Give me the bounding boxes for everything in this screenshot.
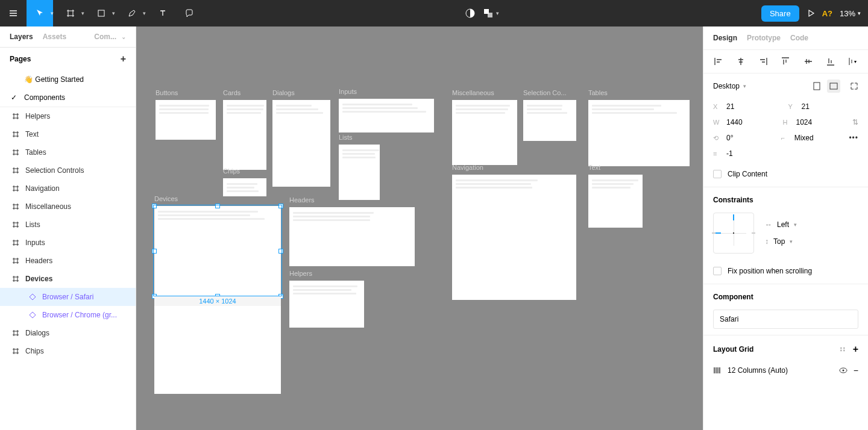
- align-left-icon[interactable]: [713, 56, 724, 67]
- frame-label[interactable]: Selection Co...: [523, 89, 567, 96]
- chevron-down-icon[interactable]: ▾: [81, 10, 84, 16]
- y-input[interactable]: 21: [802, 102, 810, 111]
- layer-item[interactable]: Dialogs: [0, 324, 136, 342]
- more-icon[interactable]: •••: [849, 134, 858, 142]
- canvas-frame[interactable]: Devices1440 × 1024: [154, 206, 281, 394]
- layout-grid-value[interactable]: 12 Columns (Auto): [728, 366, 788, 375]
- rotation-input[interactable]: 0°: [726, 134, 733, 142]
- tab-components[interactable]: Com... ⌃: [94, 33, 126, 41]
- frame-label[interactable]: Devices: [154, 195, 178, 202]
- frame-label[interactable]: Text: [588, 164, 600, 171]
- layer-item[interactable]: Helpers: [0, 107, 136, 125]
- page-item[interactable]: ✓Components: [0, 89, 136, 107]
- canvas-frame[interactable]: Chips: [223, 178, 266, 196]
- add-grid-icon[interactable]: +: [853, 344, 858, 355]
- canvas-frame[interactable]: Dialogs: [272, 100, 330, 187]
- shape-tool[interactable]: [88, 0, 115, 26]
- contrast-icon[interactable]: [465, 8, 476, 19]
- canvas-frame[interactable]: Text: [588, 175, 643, 228]
- layer-item[interactable]: Lists: [0, 216, 136, 234]
- frame-tool[interactable]: [57, 0, 84, 26]
- tab-prototype[interactable]: Prototype: [747, 34, 781, 42]
- constraints-widget[interactable]: [713, 213, 754, 254]
- canvas-frame[interactable]: Cards: [223, 100, 266, 170]
- canvas-frame[interactable]: Miscellaneous: [452, 100, 517, 165]
- resize-fit-icon[interactable]: [850, 82, 858, 90]
- tab-assets[interactable]: Assets: [43, 33, 66, 41]
- link-icon[interactable]: ⇅: [852, 118, 858, 126]
- comment-tool[interactable]: [176, 0, 203, 26]
- layer-item[interactable]: Text: [0, 125, 136, 143]
- fix-position-checkbox[interactable]: [713, 267, 722, 275]
- layer-item[interactable]: Miscellaneous: [0, 198, 136, 216]
- component-icon[interactable]: ▾: [483, 8, 499, 19]
- tab-layers[interactable]: Layers: [10, 33, 33, 41]
- layer-item[interactable]: Chips: [0, 342, 136, 360]
- frame-label[interactable]: Lists: [339, 134, 353, 141]
- canvas-frame[interactable]: Selection Co...: [523, 100, 576, 141]
- page-item[interactable]: 👋 Getting Started: [0, 70, 136, 89]
- chevron-down-icon[interactable]: ▾: [143, 10, 146, 16]
- canvas-frame[interactable]: Lists: [339, 145, 380, 200]
- move-tool[interactable]: [27, 0, 53, 26]
- frame-label[interactable]: Navigation: [452, 164, 483, 171]
- canvas-frame[interactable]: Tables: [588, 100, 690, 166]
- x-input[interactable]: 21: [726, 102, 734, 111]
- align-hcenter-icon[interactable]: [735, 56, 746, 67]
- h-input[interactable]: 1024: [796, 118, 813, 126]
- layer-item-component[interactable]: Browser / Chrome (gr...: [0, 306, 136, 324]
- align-vcenter-icon[interactable]: [803, 56, 814, 67]
- orientation-landscape-icon[interactable]: [827, 79, 840, 93]
- gap-input[interactable]: -1: [726, 149, 733, 158]
- hamburger-menu-icon[interactable]: [0, 0, 27, 26]
- canvas-frame[interactable]: Headers: [289, 207, 415, 266]
- constraint-v-select[interactable]: ↕Top ▾: [765, 237, 797, 246]
- component-value-input[interactable]: Safari: [713, 310, 858, 329]
- frame-label[interactable]: Inputs: [339, 88, 357, 95]
- canvas-frame[interactable]: Helpers: [289, 281, 364, 328]
- align-bottom-icon[interactable]: [825, 56, 836, 67]
- chevron-down-icon[interactable]: ▾: [51, 10, 54, 16]
- align-top-icon[interactable]: [780, 56, 791, 67]
- text-tool[interactable]: [149, 0, 176, 26]
- tab-code[interactable]: Code: [790, 34, 808, 42]
- frame-label[interactable]: Helpers: [289, 270, 312, 277]
- orientation-portrait-icon[interactable]: [810, 79, 823, 93]
- play-icon[interactable]: [807, 9, 815, 17]
- frame-label[interactable]: Cards: [223, 89, 241, 96]
- frame-label[interactable]: Tables: [588, 89, 608, 96]
- frame-label[interactable]: Miscellaneous: [452, 89, 494, 96]
- layer-item[interactable]: Selection Controls: [0, 161, 136, 179]
- align-right-icon[interactable]: [758, 56, 769, 67]
- add-page-icon[interactable]: +: [121, 54, 126, 64]
- layer-item-component[interactable]: Browser / Safari: [0, 288, 136, 306]
- radius-input[interactable]: Mixed: [794, 134, 814, 142]
- eye-icon[interactable]: [839, 366, 848, 375]
- frame-label[interactable]: Buttons: [156, 89, 178, 96]
- frame-label[interactable]: Dialogs: [272, 89, 295, 96]
- frame-label[interactable]: Headers: [289, 196, 315, 204]
- device-preset[interactable]: Desktop▾: [713, 82, 746, 90]
- user-badge[interactable]: A?: [822, 9, 832, 18]
- zoom-level[interactable]: 13% ▾: [840, 9, 861, 18]
- layer-item[interactable]: Headers: [0, 252, 136, 270]
- layer-item[interactable]: Navigation: [0, 179, 136, 198]
- layer-item[interactable]: Tables: [0, 143, 136, 161]
- canvas-frame[interactable]: Inputs: [339, 99, 434, 132]
- canvas-frame[interactable]: Navigation: [452, 175, 576, 300]
- canvas[interactable]: ButtonsCardsDialogsInputsMiscellaneousSe…: [136, 26, 703, 430]
- pen-tool[interactable]: [119, 0, 145, 26]
- grid-settings-icon[interactable]: ∷: [840, 345, 846, 354]
- canvas-frame[interactable]: Buttons: [156, 100, 216, 140]
- share-button[interactable]: Share: [761, 5, 799, 22]
- constraint-h-select[interactable]: ↔Left ▾: [765, 220, 797, 229]
- layer-item[interactable]: Devices: [0, 270, 136, 288]
- frame-label[interactable]: Chips: [223, 167, 240, 175]
- w-input[interactable]: 1440: [726, 118, 743, 126]
- distribute-icon[interactable]: ▾: [848, 56, 858, 67]
- clip-content-checkbox[interactable]: [713, 170, 722, 178]
- chevron-down-icon[interactable]: ▾: [112, 10, 115, 16]
- tab-design[interactable]: Design: [713, 34, 737, 42]
- remove-grid-icon[interactable]: −: [854, 366, 858, 375]
- layer-item[interactable]: Inputs: [0, 234, 136, 252]
